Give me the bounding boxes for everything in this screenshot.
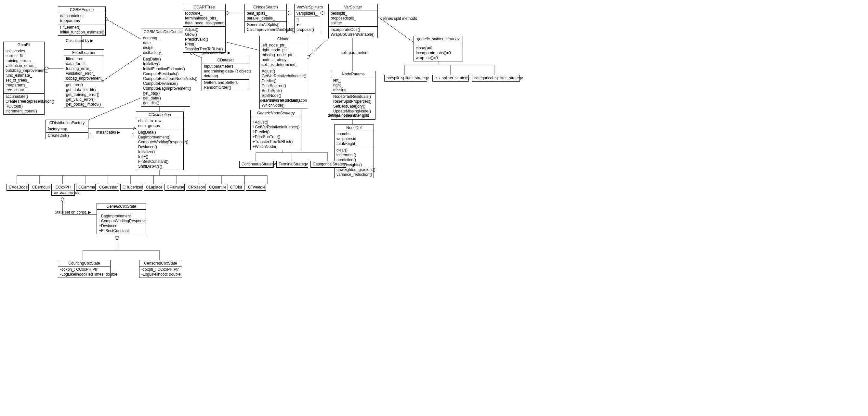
class-name: FittedLearner: [64, 50, 104, 56]
class-name: CategoricalStrategy: [311, 161, 346, 167]
class-name: categorical_splitter_strategy: [472, 75, 520, 81]
class-attrs: rootnode_ terminalnode_ptrs_ data_node_a…: [183, 10, 225, 27]
label-one: 1: [90, 133, 92, 137]
label-one: 1: [132, 133, 134, 137]
class-CTDist: CTDist: [227, 184, 245, 191]
class-ops: CreateDist(): [46, 133, 88, 139]
label-instantiates: instantiates ▶: [96, 130, 120, 134]
class-CategoricalStrategy: CategoricalStrategy: [310, 161, 346, 168]
class-attrs: left_node_ptr_ right_node_ptr_ missing_n…: [260, 42, 307, 68]
label-calculated-by: Calculated by ▶: [66, 38, 93, 43]
class-name: CDataset: [202, 57, 249, 63]
label-gets-data: gets data from ▶: [202, 51, 230, 55]
class-CPairwise: CPairwise: [164, 184, 185, 191]
class-CLaplace: CLaplace: [144, 184, 163, 191]
class-CNodeSearch: CNodeSearch best_splits_ parallel_detail…: [245, 4, 287, 33]
class-name: TerminalStrategy: [277, 161, 308, 167]
class-ops: GenerateAllSplits() CalcImprovementAndSp…: [245, 22, 286, 33]
class-attrs: numobs_ weightresid_ totalweight_: [335, 131, 374, 147]
class-attrs: fitted_tree_ data_for_fit_ training_erro…: [64, 56, 104, 82]
class-CBernoulli: CBernoulli: [30, 184, 50, 191]
svg-line-7: [189, 52, 203, 59]
class-NodeDef: NodeDef numobs_ weightresid_ totalweight…: [334, 125, 374, 178]
svg-line-1: [104, 18, 141, 39]
class-ops: IncorporateObs() WrapUpCurrentVariable(): [329, 27, 377, 38]
class-attrs: factorymap_: [46, 126, 88, 133]
class-generic-splitter-strategy: generic_splitter_strategy clone()=0 inco…: [413, 36, 463, 61]
class-name: CNodeSearch: [245, 4, 286, 10]
class-name: GenericNodeStrategy: [251, 110, 301, 116]
class-name: CountingCoxState: [58, 260, 110, 266]
class-TerminalStrategy: TerminalStrategy: [276, 161, 308, 168]
class-CQuantile: CQuantile: [207, 184, 226, 191]
class-name: GenericCoxState: [97, 203, 146, 210]
class-name: GbmFit: [4, 42, 44, 48]
class-name: cts_splitter_strategy: [433, 75, 468, 81]
class-CGBMEngine: CGBMEngine datacontainer_ treeparams_ Fi…: [58, 6, 106, 36]
class-ops: get_tree() get_data_for_fit() get_traini…: [64, 82, 104, 107]
class-CCoxPH: CCoxPHcox_state_methods_: [51, 184, 75, 196]
class-name: VarSplitter: [329, 4, 377, 10]
class-attrs: bestsplit_ proposedsplit_ splitter_: [329, 10, 377, 27]
class-name: NodeDef: [335, 125, 374, 131]
class-CensoredCoxState: CensoredCoxState -coxph_: CCoxPH Ptr -Lo…: [139, 260, 182, 278]
class-name: CGBMEngine: [58, 7, 105, 13]
label-defines-split: defines split methods: [380, 16, 417, 21]
class-ops: Adjust() Grow() PredictValid() Print() T…: [183, 27, 225, 52]
uml-canvas: CGBMEngine datacontainer_ treeparams_ Fi…: [0, 0, 868, 416]
class-name: CDistribution: [136, 112, 183, 118]
class-GenericCoxState: GenericCoxState +BagImprovement +ComputW…: [97, 203, 146, 234]
class-ops: +BagImprovement +ComputWorkingResponse +…: [97, 213, 146, 234]
class-attrs: -coxph_: CCoxPH Ptr -LogLikelihood: doub…: [140, 266, 182, 278]
class-GenericNodeStrategy: GenericNodeStrategy +Adjust() +GetVarRel…: [250, 110, 301, 150]
class-categorical-splitter: categorical_splitter_strategy: [472, 75, 520, 82]
class-VarSplitter: VarSplitter bestsplit_ proposedsplit_ sp…: [328, 4, 378, 38]
class-FittedLearner: FittedLearner fitted_tree_ data_for_fit_…: [64, 50, 104, 108]
class-attrs: obsid_to_row_ num_groups_: [136, 118, 183, 129]
class-CCARTTree: CCARTTree rootnode_ terminalnode_ptrs_ d…: [183, 4, 226, 53]
class-attrs: Input parameters and training data- R ob…: [202, 63, 249, 79]
class-ops: Getters and Setters RandomOrder(): [202, 79, 249, 91]
class-ContinuousStrategy: ContinuousStrategy: [239, 161, 274, 168]
class-CDataset: CDataset Input parameters and training d…: [202, 57, 249, 91]
class-attrs: best_splits_ parallel_details_: [245, 10, 286, 22]
class-CHuberized: CHuberized: [120, 184, 143, 191]
class-attrs: varsplitters_: [294, 10, 320, 17]
class-ops: FitLearner() initial_function_estimate(): [58, 24, 105, 35]
label-determines-impl: determines implementation: [260, 98, 307, 103]
class-name: CDistributionFactory: [46, 120, 88, 126]
class-NodeParams: NodeParams left_ right_ missing_ NodeGra…: [331, 71, 375, 120]
class-CDistributionFactory: CDistributionFactory factorymap_ CreateD…: [45, 120, 88, 139]
class-CTweedie: CTweedie: [246, 184, 266, 191]
class-CGamma: CGamma: [76, 184, 96, 191]
class-name: CensoredCoxState: [140, 260, 182, 266]
class-CAdaBoost: CAdaBoost: [6, 184, 29, 191]
class-name: generic_splitter_strategy: [414, 36, 463, 42]
class-attrs: datacontainer_ treeparams_: [58, 13, 105, 24]
class-name: VecVarSplitters: [294, 4, 320, 10]
class-ops: clone()=0 incorporate_obs()=0 wrap_up()=…: [414, 45, 463, 61]
class-name: CNode: [260, 36, 307, 42]
class-ops: BagData() Initialize() InitialFunctionEs…: [141, 56, 190, 106]
class-CGaussian: CGaussian: [97, 184, 119, 191]
class-GbmFit: GbmFit split_codes_ current_fit_ trainin…: [3, 42, 44, 115]
label-split-params: split parameters: [341, 51, 368, 55]
class-name: presplit_splitter_strategy: [384, 75, 427, 81]
svg-line-3: [103, 55, 141, 81]
class-CDistribution: CDistribution obsid_to_row_ num_groups_ …: [136, 111, 184, 170]
class-ops: +Adjust() +GetVarRelativeInfluence() +Pr…: [251, 119, 301, 150]
class-name: ContinuousStrategy: [240, 161, 273, 167]
class-VecVarSplitters: VecVarSplitters varsplitters_ [] += prop…: [294, 4, 320, 33]
class-ops: [] += proposal(): [294, 17, 320, 33]
class-presplit: presplit_splitter_strategy: [384, 75, 427, 82]
class-attrs: left_ right_ missing_: [331, 77, 375, 94]
class-attrs: -coxph_: CCoxPH Ptr -LogLikelihoodTiedTi…: [58, 266, 110, 278]
class-name: NodeParams: [331, 71, 375, 77]
label-state-set: State set on const. ▶: [55, 210, 91, 215]
class-name: CCARTTree: [183, 4, 225, 10]
class-attrs: split_codes_ current_fit_ training_error…: [4, 48, 44, 94]
class-CountingCoxState: CountingCoxState -coxph_: CCoxPH Ptr -Lo…: [58, 260, 111, 278]
class-CPoisson: CPoisson: [186, 184, 206, 191]
class-ops: accumulate() CreateTreeRepresentation() …: [4, 94, 44, 115]
class-cts: cts_splitter_strategy: [432, 75, 469, 82]
